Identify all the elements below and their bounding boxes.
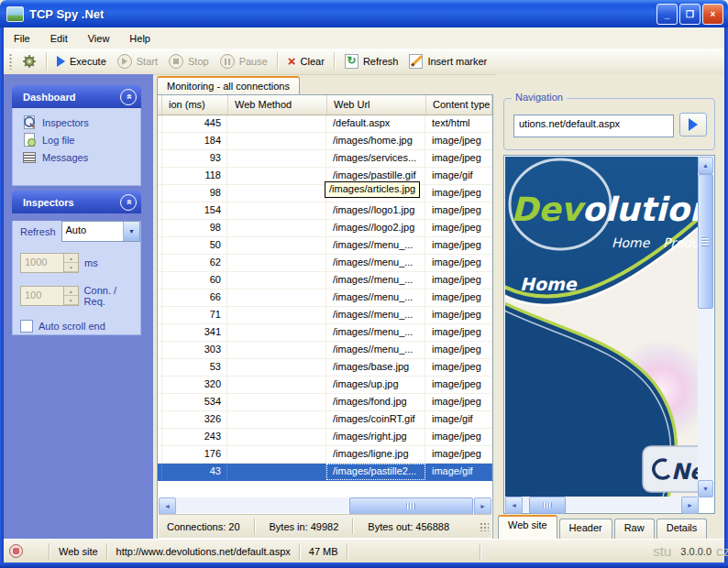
clear-button[interactable]: × Clear (282, 53, 330, 70)
logfile-icon (22, 133, 36, 147)
scroll-left-icon[interactable]: ◄ (505, 497, 523, 514)
resize-grip[interactable] (480, 522, 489, 531)
execute-button[interactable]: Execute (51, 53, 112, 70)
column-header-content-type[interactable]: Content type (426, 95, 492, 115)
table-row[interactable]: 66/images//menu_...image/jpeg (158, 289, 492, 307)
table-row[interactable]: 320/images/up.jpgimage/jpeg (158, 377, 492, 394)
preview-hscrollbar[interactable]: ◄ ► (505, 497, 699, 512)
menu-file[interactable]: File (4, 30, 40, 47)
table-cell: image/gif (425, 411, 492, 428)
refresh-button[interactable]: ↻ Refresh (339, 51, 404, 71)
table-cell: 43 (162, 464, 227, 480)
table-row[interactable]: 184/images/home.jpgimage/jpeg (158, 133, 492, 150)
scroll-right-icon[interactable]: ► (681, 497, 699, 514)
table-cell: /images/home.jpg (326, 133, 425, 149)
scroll-right-icon[interactable]: ► (474, 497, 491, 515)
scroll-left-icon[interactable]: ◄ (159, 497, 176, 515)
table-cell: image/jpeg (425, 150, 492, 167)
table-cell: 326 (162, 411, 227, 428)
table-row[interactable]: 445/default.aspxtext/html (158, 115, 492, 133)
scroll-thumb[interactable] (529, 497, 566, 514)
table-row[interactable]: 326/images/coinRT.gifimage/gif (158, 411, 492, 429)
table-cell: image/jpeg (425, 202, 492, 219)
scroll-thumb[interactable] (349, 497, 473, 515)
dashboard-panel-header[interactable]: Dashboard » (12, 85, 141, 108)
scroll-up-icon[interactable]: ▲ (698, 157, 713, 174)
autoscroll-checkbox[interactable] (20, 320, 33, 333)
table-row[interactable]: 60/images//menu_...image/jpeg (158, 272, 492, 289)
close-button[interactable]: × (702, 4, 723, 25)
table-row[interactable]: 62/images//menu_...image/jpeg (158, 255, 492, 272)
table-row[interactable]: 303/images//menu_...image/jpeg (158, 342, 492, 359)
scroll-thumb[interactable] (698, 174, 713, 309)
collapse-chevron-icon[interactable]: » (120, 194, 137, 211)
table-row[interactable]: 98/images//logo2.jpgimage/jpeg (158, 220, 492, 237)
inspectors-panel-header[interactable]: Inspectors » (12, 191, 141, 213)
table-cell: 303 (162, 342, 227, 358)
sidebar: Dashboard » Inspectors Log file Messages (4, 74, 153, 540)
column-header-web-url[interactable]: Web Url (327, 95, 426, 115)
table-row[interactable]: 341/images//menu_...image/jpeg (158, 324, 492, 342)
table-cell (227, 429, 326, 445)
table-row[interactable]: 71/images//menu_...image/jpeg (158, 307, 492, 324)
dashboard-panel: Dashboard » Inspectors Log file Messages (12, 85, 141, 186)
spin-up-icon[interactable]: ▲ (64, 287, 78, 296)
settings-button[interactable] (17, 51, 42, 71)
stop-button[interactable]: Stop (163, 51, 215, 71)
table-row[interactable]: 93/images/services...image/jpeg (158, 150, 492, 168)
table-cell: /images/pastille2... (326, 464, 425, 480)
start-button[interactable]: Start (112, 51, 163, 71)
table-row[interactable]: 534/images/fond.jpgimage/jpeg (158, 394, 492, 411)
pause-button[interactable]: Pause (215, 51, 273, 71)
refresh-mode-value: Auto (62, 222, 123, 241)
conn-stepper[interactable]: 100 ▲▼ (20, 286, 79, 306)
chevron-down-icon[interactable]: ▼ (123, 222, 139, 241)
interval-stepper[interactable]: 1000 ▲▼ (20, 253, 79, 273)
table-cell: 50 (162, 237, 227, 254)
menu-help[interactable]: Help (119, 30, 160, 47)
column-header-web-method[interactable]: Web Method (228, 95, 327, 115)
insert-marker-button[interactable]: Insert marker (403, 51, 492, 71)
maximize-button[interactable]: ❐ (679, 4, 700, 25)
website-render[interactable]: Devolution Home Produc Home Ne (505, 157, 699, 497)
table-cell (227, 377, 326, 393)
spin-down-icon[interactable]: ▼ (64, 263, 78, 272)
sidebar-item-messages[interactable]: Messages (13, 148, 140, 166)
tab-details[interactable]: Details (656, 519, 708, 540)
preview-vscrollbar[interactable]: ▲ ▼ (698, 157, 713, 497)
tab-header[interactable]: Header (559, 519, 612, 540)
spin-up-icon[interactable]: ▲ (64, 254, 78, 263)
tab-web-site[interactable]: Web site (498, 515, 557, 540)
toolbar-grip[interactable] (9, 53, 12, 70)
menu-edit[interactable]: Edit (40, 30, 78, 47)
titlebar[interactable]: TCP Spy .Net _ ❐ × (0, 0, 728, 27)
interval-value: 1000 (21, 254, 63, 272)
table-cell: /default.aspx (326, 115, 425, 132)
scroll-down-icon[interactable]: ▼ (698, 480, 713, 497)
url-input[interactable]: utions.net/default.aspx (513, 115, 674, 137)
collapse-chevron-icon[interactable]: » (120, 89, 137, 105)
go-button[interactable] (679, 113, 707, 137)
magnifier-icon (22, 115, 36, 129)
tab-raw[interactable]: Raw (614, 519, 655, 540)
grid-hscrollbar[interactable]: ◄ ► (159, 497, 491, 513)
table-row[interactable]: 154/images//logo1.jpgimage/jpeg (158, 202, 492, 220)
minimize-button[interactable]: _ (656, 4, 678, 25)
play-icon (57, 56, 65, 67)
column-header-duration[interactable]: ion (ms) (162, 95, 228, 115)
table-row[interactable]: 50/images//menu_...image/jpeg (158, 237, 492, 255)
sidebar-item-logfile[interactable]: Log file (13, 131, 140, 148)
window-border-right (724, 27, 728, 563)
table-row[interactable]: 243/images/right.jpgimage/jpeg (158, 429, 492, 446)
table-row[interactable]: 43/images/pastille2...image/gif (158, 464, 492, 481)
sidebar-item-inspectors[interactable]: Inspectors (13, 114, 140, 131)
conn-value: 100 (21, 287, 63, 305)
table-row[interactable]: 176/images/ligne.jpgimage/jpeg (158, 446, 492, 464)
table-cell: 60 (162, 272, 227, 289)
table-cell (227, 342, 326, 358)
table-cell: /images//menu_... (326, 237, 425, 254)
refresh-mode-select[interactable]: Auto ▼ (61, 221, 140, 242)
spin-down-icon[interactable]: ▼ (64, 296, 78, 305)
table-row[interactable]: 53/images/base.jpgimage/jpeg (158, 359, 492, 377)
menu-view[interactable]: View (78, 30, 120, 47)
